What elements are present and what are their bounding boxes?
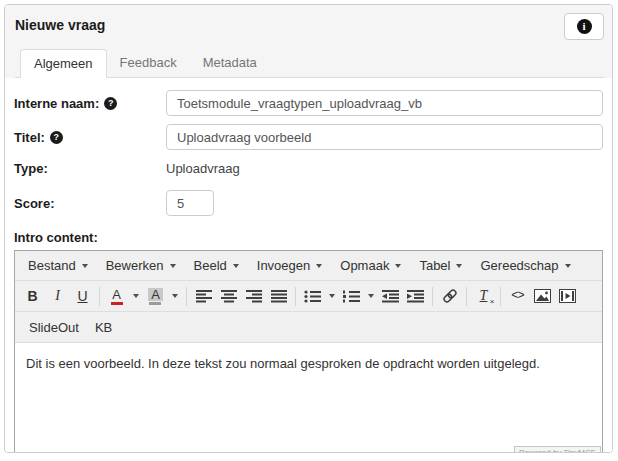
align-center-button[interactable] bbox=[216, 284, 241, 308]
chevron-down-icon bbox=[395, 264, 401, 268]
intro-content-label: Intro content: bbox=[14, 230, 603, 245]
divider bbox=[466, 287, 467, 306]
media-icon bbox=[559, 289, 576, 303]
outdent-button[interactable] bbox=[378, 284, 403, 308]
clear-formatting-button[interactable]: T bbox=[471, 284, 496, 308]
insert-media-button[interactable] bbox=[555, 284, 580, 308]
titel-input[interactable] bbox=[166, 124, 603, 150]
menu-beeld[interactable]: Beeld bbox=[185, 253, 248, 278]
score-input[interactable] bbox=[166, 190, 214, 216]
indent-button[interactable] bbox=[403, 284, 428, 308]
form-body: Interne naam: ? Titel: ? Type: Uploadvra… bbox=[5, 78, 612, 453]
text-color-icon: A bbox=[111, 288, 123, 305]
clear-formatting-icon: T bbox=[480, 288, 488, 304]
kb-button[interactable]: KB bbox=[87, 315, 120, 339]
page-title: Nieuwe vraag bbox=[15, 17, 105, 33]
menu-gereedschap[interactable]: Gereedschap bbox=[471, 253, 579, 278]
editor-menubar: Bestand Bewerken Beeld Invoegen Opmaak T… bbox=[15, 251, 602, 281]
divider bbox=[186, 287, 187, 306]
chevron-down-icon bbox=[170, 264, 176, 268]
divider bbox=[99, 287, 100, 306]
menu-invoegen[interactable]: Invoegen bbox=[248, 253, 332, 278]
align-left-icon bbox=[196, 290, 212, 303]
insert-image-button[interactable] bbox=[530, 284, 555, 308]
tab-algemeen[interactable]: Algemeen bbox=[20, 49, 107, 78]
numbered-list-icon bbox=[343, 290, 360, 303]
bold-button[interactable]: B bbox=[20, 284, 45, 308]
help-icon[interactable]: ? bbox=[50, 131, 63, 144]
background-color-dropdown[interactable] bbox=[168, 284, 182, 308]
tinymce-editor: Bestand Bewerken Beeld Invoegen Opmaak T… bbox=[14, 250, 603, 453]
chevron-down-icon bbox=[133, 294, 139, 298]
insert-link-button[interactable] bbox=[437, 284, 462, 308]
divider bbox=[295, 287, 296, 306]
align-justify-icon bbox=[271, 290, 287, 303]
interne-naam-label: Interne naam: bbox=[14, 96, 99, 111]
titel-label: Titel: bbox=[14, 130, 45, 145]
chevron-down-icon bbox=[316, 264, 322, 268]
menu-opmaak[interactable]: Opmaak bbox=[331, 253, 410, 278]
chevron-down-icon bbox=[172, 294, 178, 298]
align-center-icon bbox=[221, 290, 237, 303]
new-question-panel: Nieuwe vraag i Algemeen Feedback Metadat… bbox=[4, 4, 613, 453]
align-right-icon bbox=[246, 290, 262, 303]
editor-content-text: Dit is een voorbeeld. In deze tekst zou … bbox=[26, 356, 540, 371]
menu-bestand[interactable]: Bestand bbox=[19, 253, 97, 278]
bullet-list-button[interactable] bbox=[300, 284, 325, 308]
numbered-list-button[interactable] bbox=[339, 284, 364, 308]
chevron-down-icon bbox=[82, 264, 88, 268]
slideout-button[interactable]: SlideOut bbox=[21, 315, 87, 339]
chevron-down-icon bbox=[233, 264, 239, 268]
editor-toolbar: B I U A A bbox=[15, 281, 602, 312]
chevron-down-icon bbox=[456, 264, 462, 268]
type-value: Uploadvraag bbox=[166, 161, 240, 176]
divider bbox=[432, 287, 433, 306]
image-icon bbox=[534, 289, 551, 303]
score-label: Score: bbox=[14, 196, 166, 211]
background-color-button[interactable]: A bbox=[143, 284, 168, 308]
text-color-dropdown[interactable] bbox=[129, 284, 143, 308]
bullet-list-dropdown[interactable] bbox=[325, 284, 339, 308]
type-label: Type: bbox=[14, 161, 166, 176]
numbered-list-dropdown[interactable] bbox=[364, 284, 378, 308]
link-icon bbox=[442, 288, 458, 304]
underline-button[interactable]: U bbox=[70, 284, 95, 308]
interne-naam-input[interactable] bbox=[166, 90, 603, 116]
field-type: Type: Uploadvraag bbox=[14, 158, 603, 178]
field-titel: Titel: ? bbox=[14, 124, 603, 150]
chevron-down-icon bbox=[565, 264, 571, 268]
chevron-down-icon bbox=[368, 294, 374, 298]
menu-bewerken[interactable]: Bewerken bbox=[97, 253, 185, 278]
align-right-button[interactable] bbox=[241, 284, 266, 308]
chevron-down-icon bbox=[329, 294, 335, 298]
background-color-icon: A bbox=[148, 288, 163, 305]
tinymce-branding[interactable]: Powered by TinyMCE bbox=[514, 446, 601, 453]
help-icon[interactable]: ? bbox=[104, 97, 117, 110]
outdent-icon bbox=[382, 290, 399, 303]
divider bbox=[500, 287, 501, 306]
info-icon: i bbox=[577, 19, 592, 34]
panel-header: Nieuwe vraag i Algemeen Feedback Metadat… bbox=[5, 5, 612, 78]
bullet-list-icon bbox=[304, 290, 321, 303]
field-interne-naam: Interne naam: ? bbox=[14, 90, 603, 116]
info-button[interactable]: i bbox=[564, 13, 604, 40]
align-left-button[interactable] bbox=[191, 284, 216, 308]
editor-content-area[interactable]: Dit is een voorbeeld. In deze tekst zou … bbox=[15, 343, 602, 453]
source-code-button[interactable]: <> bbox=[505, 284, 530, 308]
field-score: Score: bbox=[14, 190, 603, 216]
italic-button[interactable]: I bbox=[45, 284, 70, 308]
tab-bar: Algemeen Feedback Metadata bbox=[15, 49, 604, 78]
tab-feedback[interactable]: Feedback bbox=[107, 49, 190, 77]
text-color-button[interactable]: A bbox=[104, 284, 129, 308]
indent-icon bbox=[407, 290, 424, 303]
editor-toolbar-custom: SlideOut KB bbox=[15, 312, 602, 343]
align-justify-button[interactable] bbox=[266, 284, 291, 308]
tab-metadata[interactable]: Metadata bbox=[190, 49, 270, 77]
menu-tabel[interactable]: Tabel bbox=[410, 253, 471, 278]
